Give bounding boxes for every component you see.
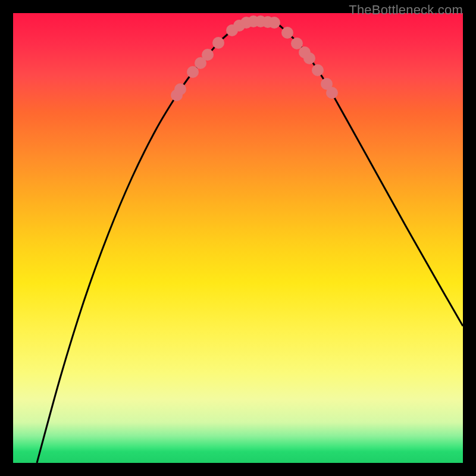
curve-marker: [281, 27, 293, 39]
plot-area: [13, 13, 463, 463]
curve-marker: [268, 17, 280, 29]
curve-marker: [174, 83, 186, 95]
watermark-text: TheBottleneck.com: [349, 2, 463, 18]
curve-marker: [326, 87, 338, 99]
chart-frame: TheBottleneck.com: [0, 0, 476, 476]
curve-marker: [202, 49, 214, 61]
curve-marker: [212, 37, 224, 49]
curve-marker: [312, 64, 324, 76]
curve-markers: [171, 15, 338, 101]
curve-marker: [303, 52, 315, 64]
bottleneck-curve: [37, 21, 463, 463]
curve-svg: [13, 13, 463, 463]
